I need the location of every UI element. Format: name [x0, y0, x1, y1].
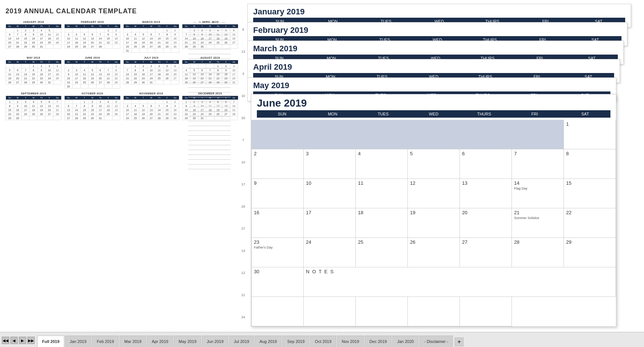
- notes-label: N O T E S: [306, 269, 334, 274]
- mini-cal-day: 23: [140, 76, 148, 80]
- june-cal-cell: 17: [304, 208, 356, 238]
- right-panel: January 2019 SUNMONTUESWEDTHURSFRISAT Fe…: [247, 4, 638, 332]
- tab-nav-first[interactable]: ◀◀: [2, 337, 9, 344]
- mini-cal-day: 8: [163, 32, 171, 37]
- mini-cal-day: 16: [112, 37, 120, 41]
- mini-cal-day: 31: [124, 49, 132, 53]
- mini-cal-oct: OCTOBER 2019SuMTWThFSa123456789101112131…: [65, 92, 121, 120]
- tab-sep-2019[interactable]: Sep 2019: [282, 336, 309, 347]
- mini-cal-day: 5: [140, 32, 148, 37]
- mini-cal-day: 19: [6, 76, 14, 80]
- june-day-num: 5: [410, 151, 457, 156]
- mini-cal-day: 7: [73, 104, 81, 108]
- mini-cal-day: 14: [230, 104, 238, 108]
- mini-cal-day: 25: [155, 76, 163, 80]
- mini-cal-day: 18: [30, 108, 38, 112]
- mini-cal-day: 8: [6, 104, 14, 108]
- row-num-12: 12: [239, 262, 247, 284]
- tab-add-button[interactable]: +: [455, 337, 464, 346]
- row-num-15: 19: [239, 328, 247, 332]
- mini-cal-day: 29: [30, 80, 38, 84]
- mini-cal-day: 7: [96, 32, 104, 37]
- mini-cal-day: 4: [104, 100, 113, 104]
- tab-jun-2019[interactable]: Jun 2019: [202, 336, 228, 347]
- mini-cal-day: 7: [230, 100, 238, 104]
- mini-cal-day: [96, 84, 104, 89]
- mini-cal-day: 10: [38, 32, 46, 37]
- mini-cal-day: 9: [171, 32, 179, 37]
- note-line: [188, 155, 231, 160]
- june-day-num: 6: [462, 151, 509, 156]
- tab-nav-last[interactable]: ▶▶: [27, 337, 35, 344]
- mini-cal-day: [147, 49, 155, 53]
- mini-cal-day: 2: [112, 28, 120, 32]
- note-line: [188, 117, 231, 121]
- row-num-1: 6: [239, 18, 247, 41]
- june-cal-cell: 16: [252, 208, 304, 238]
- mini-cal-day: 1: [80, 100, 89, 104]
- tab-mar-2019[interactable]: Mar 2019: [120, 336, 146, 347]
- row-num-6: 7: [239, 129, 247, 151]
- mini-cal-day: 10: [147, 68, 155, 72]
- mini-cal-day: 14: [96, 37, 104, 41]
- mini-cal-day: [73, 64, 81, 68]
- row-num-5: 20: [239, 107, 247, 129]
- mini-cal-day: 7: [124, 68, 132, 72]
- tab-jan-2019[interactable]: Jan 2019: [65, 336, 91, 347]
- mini-cal-day: 27: [45, 112, 54, 116]
- june-cal-cell: 14 Flag Day: [512, 179, 564, 208]
- mini-cal-day: 8: [104, 32, 113, 37]
- tab-nav-next[interactable]: ▶: [19, 337, 26, 344]
- mini-cal-title-feb: FEBRUARY 2019: [65, 21, 121, 23]
- june-cal-cell: 5: [408, 149, 460, 179]
- mini-cal-day: 3: [73, 68, 81, 72]
- mini-cal-day: 17: [96, 108, 104, 112]
- tab-feb-2019[interactable]: Feb 2019: [92, 336, 118, 347]
- mini-cal-day: [54, 80, 62, 84]
- mini-cal-day: 7: [22, 68, 30, 72]
- tab---disclaimer--[interactable]: - Disclaimer -: [419, 336, 453, 347]
- note-line: [188, 145, 231, 150]
- mini-cal-day: 30: [89, 116, 97, 120]
- tab-jan-2020[interactable]: Jan 2020: [392, 336, 419, 347]
- mini-cal-day: 8: [30, 68, 38, 72]
- mini-cal-day: 27: [147, 116, 155, 120]
- june-day-num: 13: [462, 180, 509, 186]
- mini-cal-day: 25: [104, 112, 113, 116]
- tab-may-2019[interactable]: May 2019: [174, 336, 201, 347]
- june-day-num: 15: [566, 180, 613, 186]
- tab-nav-prev[interactable]: ◀: [10, 337, 18, 344]
- mini-cal-day: 18: [54, 72, 62, 76]
- tab-apr-2019[interactable]: Apr 2019: [147, 336, 173, 347]
- row-num-2: 13: [239, 41, 247, 63]
- note-line: [188, 140, 231, 145]
- mini-cal-day: 4: [80, 68, 89, 72]
- tab-dec-2019[interactable]: Dec 2019: [365, 336, 392, 347]
- tab-nov-2019[interactable]: Nov 2019: [337, 336, 364, 347]
- row-num-4: 10: [239, 85, 247, 107]
- tab-oct-2019[interactable]: Oct 2019: [310, 336, 336, 347]
- mini-cal-day: [104, 84, 113, 89]
- mini-cal-day: 4: [73, 32, 81, 37]
- note-line: [188, 160, 231, 164]
- row-num-14: 24: [239, 306, 247, 328]
- mini-cal-day: [163, 80, 171, 84]
- tab-full-2019[interactable]: Full 2019: [37, 336, 64, 347]
- mini-cal-day: 17: [65, 41, 73, 45]
- mini-cal-day: 31: [230, 80, 238, 84]
- mini-cal-day: [54, 116, 62, 120]
- mini-cal-day: 21: [22, 76, 30, 80]
- mini-cal-day: [96, 64, 104, 68]
- tab-aug-2019[interactable]: Aug 2019: [255, 336, 282, 347]
- june-day-num: 17: [306, 210, 353, 215]
- main-area: 2019 ANNUAL CALENDAR TEMPLATE JANUARY 20…: [0, 0, 644, 332]
- mini-cal-day: 30: [171, 116, 179, 120]
- tab-jul-2019[interactable]: Jul 2019: [229, 336, 254, 347]
- june-cal-cell: [460, 297, 512, 326]
- mini-cal-day: [147, 100, 155, 104]
- tabs-bar: ◀◀ ◀ ▶ ▶▶ Full 2019Jan 2019Feb 2019Mar 2…: [0, 332, 644, 347]
- mini-cal-day: 28: [96, 45, 104, 49]
- mini-cal-day: 15: [163, 108, 171, 112]
- june-day-num: 20: [462, 210, 509, 215]
- mini-cal-day: [112, 45, 120, 49]
